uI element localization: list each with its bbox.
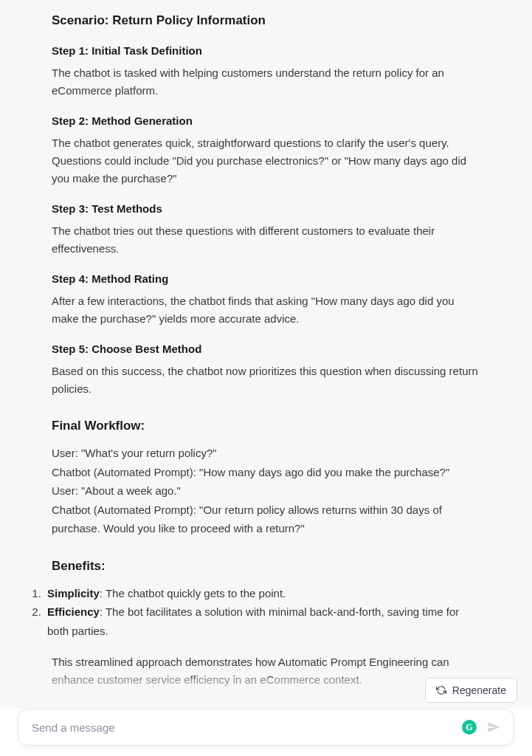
benefits-closing: This streamlined approach demonstrates h…	[52, 653, 480, 689]
step-5-heading: Step 5: Choose Best Method	[52, 343, 480, 355]
step-3-heading: Step 3: Test Methods	[52, 202, 480, 215]
benefit-2-desc: : The bot facilitates a solution with mi…	[47, 605, 459, 637]
step-1-heading: Step 1: Initial Task Definition	[52, 44, 480, 57]
workflow-line-3: User: "About a week ago."	[52, 481, 480, 501]
send-icon	[487, 721, 500, 734]
message-input[interactable]	[32, 721, 462, 734]
scenario-title: Scenario: Return Policy Information	[52, 13, 480, 28]
benefits-heading: Benefits:	[52, 559, 480, 574]
step-4-body: After a few interactions, the chatbot fi…	[52, 292, 480, 328]
benefit-item-1: Simplicity: The chatbot quickly gets to …	[44, 584, 480, 603]
regenerate-button[interactable]: Regenerate	[425, 678, 517, 703]
step-2-heading: Step 2: Method Generation	[52, 114, 480, 127]
step-4-heading: Step 4: Method Rating	[52, 272, 480, 285]
benefit-item-2: Efficiency: The bot facilitates a soluti…	[44, 602, 480, 640]
step-2-body: The chatbot generates quick, straightfor…	[52, 134, 480, 188]
benefit-1-term: Simplicity	[47, 587, 100, 599]
refresh-icon	[436, 685, 446, 695]
step-1-body: The chatbot is tasked with helping custo…	[52, 64, 480, 100]
article-content: Scenario: Return Policy Information Step…	[0, 0, 532, 756]
regenerate-label: Regenerate	[452, 684, 506, 696]
regenerate-container: Regenerate	[425, 678, 517, 703]
step-3-body: The chatbot tries out these questions wi…	[52, 222, 480, 258]
composer-area: G	[0, 708, 532, 756]
benefit-1-desc: : The chatbot quickly gets to the point.	[100, 587, 286, 599]
send-button[interactable]	[487, 721, 500, 734]
grammarly-icon[interactable]: G	[462, 720, 477, 735]
benefits-list: Simplicity: The chatbot quickly gets to …	[44, 584, 480, 641]
workflow-heading: Final Workflow:	[52, 419, 480, 433]
step-5-body: Based on this success, the chatbot now p…	[52, 362, 480, 398]
message-input-container: G	[18, 709, 514, 746]
workflow-line-2: Chatbot (Automated Prompt): "How many da…	[52, 463, 480, 482]
grammarly-glyph: G	[466, 722, 472, 733]
workflow-line-4: Chatbot (Automated Prompt): "Our return …	[52, 501, 480, 538]
workflow-line-1: User: "What's your return policy?"	[52, 444, 480, 463]
benefit-2-term: Efficiency	[47, 605, 100, 618]
